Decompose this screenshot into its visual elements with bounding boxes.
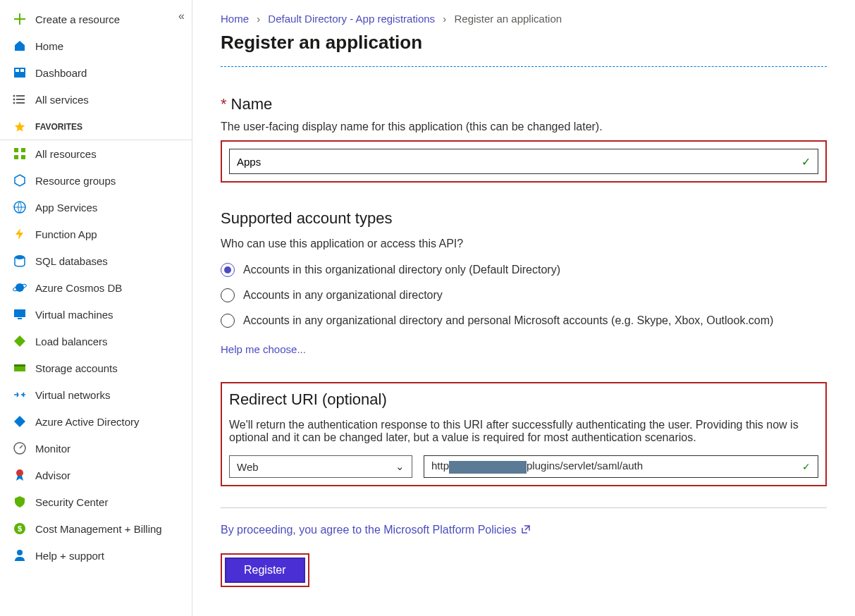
- nav-load-balancers[interactable]: Load balancers: [0, 328, 192, 355]
- shield-icon: [13, 495, 27, 509]
- nav-all-services[interactable]: All services: [0, 86, 192, 113]
- nav-label: Load balancers: [35, 335, 108, 347]
- nav-label: Cost Management + Billing: [35, 523, 162, 535]
- svg-point-11: [15, 255, 25, 259]
- breadcrumb-home[interactable]: Home: [221, 13, 249, 25]
- radio-icon: [221, 288, 235, 302]
- radio-label: Accounts in any organizational directory: [243, 289, 443, 302]
- nav-create-resource[interactable]: Create a resource: [0, 6, 192, 32]
- radio-label: Accounts in any organizational directory…: [243, 314, 773, 327]
- planet-icon: [13, 281, 27, 295]
- nav-label: Function App: [35, 228, 97, 240]
- nav-label: Virtual networks: [35, 389, 110, 401]
- grid-icon: [13, 147, 27, 161]
- nav-virtual-networks[interactable]: Virtual networks: [0, 381, 192, 408]
- account-types-radios: Accounts in this organizational director…: [221, 263, 827, 328]
- favorites-label: FAVORITES: [35, 122, 82, 132]
- dollar-icon: $: [13, 522, 27, 536]
- nav-sql-databases[interactable]: SQL databases: [0, 247, 192, 274]
- bolt-icon: [13, 227, 27, 241]
- svg-point-22: [17, 550, 23, 555]
- breadcrumb-directory[interactable]: Default Directory - App registrations: [268, 13, 435, 25]
- svg-point-4: [13, 99, 16, 101]
- help-me-choose-link[interactable]: Help me choose...: [221, 343, 306, 355]
- radio-label: Accounts in this organizational director…: [243, 264, 560, 276]
- storage-icon: [13, 361, 27, 375]
- breadcrumb-current: Register an application: [454, 13, 562, 25]
- highlight-register-box: Register: [221, 553, 309, 587]
- nav-label: SQL databases: [35, 255, 108, 267]
- redacted-mask: [449, 461, 527, 474]
- redirect-type-select[interactable]: Web ⌄: [229, 455, 412, 478]
- name-input-wrap[interactable]: ✓: [229, 149, 818, 174]
- loadbalancer-icon: [13, 334, 27, 348]
- divider: [221, 66, 827, 67]
- nav-monitor[interactable]: Monitor: [0, 435, 192, 462]
- nav-label: All resources: [35, 148, 97, 160]
- svg-rect-9: [21, 155, 25, 159]
- svg-point-3: [13, 95, 16, 97]
- nav-label: Azure Cosmos DB: [35, 282, 122, 294]
- platform-policies-link[interactable]: By proceeding, you agree to the Microsof…: [221, 524, 531, 536]
- nav-resource-groups[interactable]: Resource groups: [0, 167, 192, 194]
- name-label: *Name: [221, 95, 827, 113]
- collapse-sidebar-icon[interactable]: «: [178, 10, 185, 23]
- radio-option-multi-tenant[interactable]: Accounts in any organizational directory: [221, 288, 827, 302]
- nav-label: Resource groups: [35, 175, 116, 187]
- nav-label: Create a resource: [35, 13, 120, 25]
- nav-function-app[interactable]: Function App: [0, 221, 192, 247]
- nav-cosmos-db[interactable]: Azure Cosmos DB: [0, 274, 192, 301]
- nav-all-resources[interactable]: All resources: [0, 140, 192, 167]
- nav-advisor[interactable]: Advisor: [0, 462, 192, 488]
- check-icon: ✓: [802, 461, 811, 472]
- nav-help-support[interactable]: Help + support: [0, 542, 192, 569]
- nav-home[interactable]: Home: [0, 32, 192, 59]
- chevron-right-icon: ›: [257, 13, 260, 25]
- radio-option-single-tenant[interactable]: Accounts in this organizational director…: [221, 263, 827, 277]
- nav-label: Home: [35, 40, 63, 52]
- chevron-down-icon: ⌄: [395, 460, 405, 473]
- nav-azure-ad[interactable]: Azure Active Directory: [0, 408, 192, 435]
- network-icon: [13, 388, 27, 402]
- monitor-icon: [13, 307, 27, 321]
- nav-dashboard[interactable]: Dashboard: [0, 59, 192, 86]
- ribbon-icon: [13, 468, 27, 482]
- name-input[interactable]: [237, 156, 792, 168]
- divider: [221, 507, 827, 508]
- nav-storage-accounts[interactable]: Storage accounts: [0, 355, 192, 381]
- nav-cost-management[interactable]: $ Cost Management + Billing: [0, 515, 192, 542]
- radio-icon: [221, 314, 235, 328]
- svg-rect-6: [14, 148, 18, 152]
- cube-icon: [13, 173, 27, 187]
- svg-point-5: [13, 102, 16, 104]
- select-value: Web: [237, 461, 259, 473]
- highlight-redirect-box: Redirect URI (optional) We'll return the…: [221, 382, 827, 486]
- register-button[interactable]: Register: [225, 558, 305, 583]
- svg-point-19: [16, 469, 23, 476]
- svg-rect-8: [14, 155, 18, 159]
- star-icon: [13, 120, 27, 134]
- nav-virtual-machines[interactable]: Virtual machines: [0, 301, 192, 328]
- radio-icon: [221, 263, 235, 277]
- aad-icon: [13, 414, 27, 429]
- svg-rect-2: [20, 69, 24, 72]
- nav-label: Security Center: [35, 496, 108, 508]
- nav-label: Virtual machines: [35, 309, 113, 321]
- radio-option-multi-tenant-personal[interactable]: Accounts in any organizational directory…: [221, 314, 827, 328]
- list-icon: [13, 92, 27, 106]
- dashboard-icon: [13, 66, 27, 80]
- highlight-name-box: ✓: [221, 140, 827, 183]
- redirect-description: We'll return the authentication response…: [229, 419, 818, 444]
- svg-rect-7: [21, 148, 25, 152]
- database-icon: [13, 254, 27, 268]
- gauge-icon: [13, 441, 27, 455]
- svg-rect-17: [14, 364, 25, 366]
- redirect-uri-input[interactable]: httpplugins/servlet/saml/auth ✓: [424, 455, 818, 478]
- nav-security-center[interactable]: Security Center: [0, 488, 192, 515]
- required-mark: *: [221, 95, 227, 113]
- nav-app-services[interactable]: App Services: [0, 194, 192, 221]
- external-link-icon: [521, 524, 531, 536]
- nav-label: Help + support: [35, 550, 104, 562]
- person-help-icon: [13, 548, 27, 562]
- favorites-header: FAVORITES: [0, 113, 192, 140]
